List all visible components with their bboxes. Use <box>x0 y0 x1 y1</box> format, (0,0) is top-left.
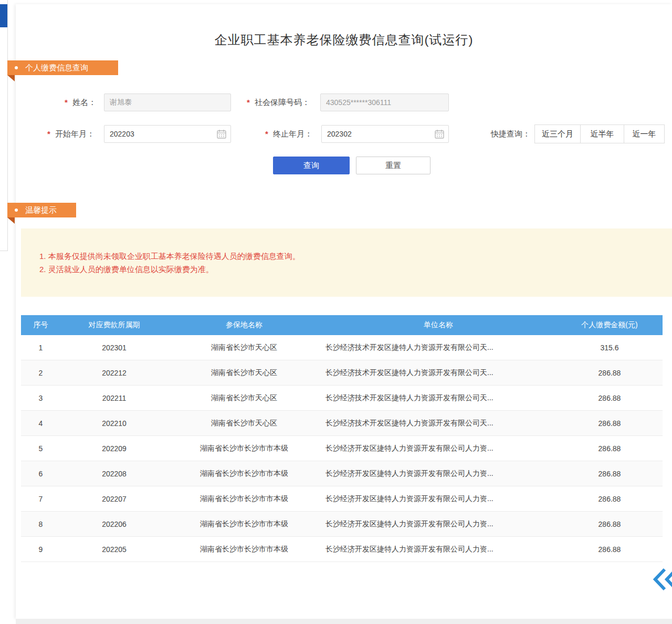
ribbon-fold <box>7 75 15 81</box>
table-cell: 长沙经济开发区捷特人力资源开发有限公司人力资... <box>320 545 556 554</box>
start-month-field[interactable] <box>104 125 231 143</box>
table-cell: 湖南省长沙市长沙市市本级 <box>168 494 320 504</box>
table-cell: 6 <box>21 470 60 478</box>
table-row: 3202211湖南省长沙市天心区长沙经济技术开发区捷特人力资源开发有限公司天..… <box>21 386 663 411</box>
table-row: 7202207湖南省长沙市长沙市市本级长沙经济开发区捷特人力资源开发有限公司人力… <box>21 486 663 512</box>
table-cell: 202211 <box>60 394 168 402</box>
table-cell: 286.88 <box>556 470 663 478</box>
table-cell: 202210 <box>60 419 168 428</box>
sidebar-tab[interactable] <box>0 4 7 27</box>
table-cell: 286.88 <box>556 394 663 402</box>
payment-table-body: 1202301湖南省长沙市天心区长沙经济技术开发区捷特人力资源开发有限公司天..… <box>21 335 663 562</box>
table-cell: 长沙经济开发区捷特人力资源开发有限公司人力资... <box>320 519 556 529</box>
quick-query-label: 快捷查询： <box>491 125 530 143</box>
table-header-cell: 参保地名称 <box>168 320 320 330</box>
ribbon-fold <box>7 217 15 224</box>
table-cell: 2 <box>21 369 60 377</box>
table-cell: 202207 <box>60 495 168 503</box>
double-left-chevron-icon[interactable] <box>653 567 672 591</box>
table-row: 9202205湖南省长沙市长沙市市本级长沙经济开发区捷特人力资源开发有限公司人力… <box>21 537 663 562</box>
table-cell: 长沙经济开发区捷特人力资源开发有限公司人力资... <box>320 494 556 504</box>
reset-button[interactable]: 重置 <box>356 157 430 174</box>
table-cell: 3 <box>21 394 60 402</box>
table-cell: 长沙经济技术开发区捷特人力资源开发有限公司天... <box>320 393 556 403</box>
tips-section-badge: 温馨提示 <box>7 203 76 217</box>
collapsed-sidebar-panel <box>0 0 8 251</box>
table-row: 5202209湖南省长沙市长沙市市本级长沙经济开发区捷特人力资源开发有限公司人力… <box>21 436 663 461</box>
table-header-cell: 单位名称 <box>320 320 556 330</box>
tip-line: 1. 本服务仅提供尚未领取企业职工基本养老保险待遇人员的缴费信息查询。 <box>39 249 672 263</box>
table-cell: 7 <box>21 495 60 503</box>
table-cell: 286.88 <box>556 419 663 428</box>
table-cell: 8 <box>21 520 60 528</box>
table-cell: 286.88 <box>556 545 663 554</box>
table-cell: 202209 <box>60 444 168 453</box>
required-mark: * <box>247 98 250 107</box>
table-cell: 286.88 <box>556 495 663 503</box>
table-cell: 湖南省长沙市长沙市市本级 <box>168 444 320 453</box>
table-cell: 长沙经济开发区捷特人力资源开发有限公司人力资... <box>320 469 556 479</box>
query-section-badge-label: 个人缴费信息查询 <box>25 60 88 75</box>
table-cell: 286.88 <box>556 520 663 528</box>
table-row: 4202210湖南省长沙市天心区长沙经济技术开发区捷特人力资源开发有限公司天..… <box>21 411 663 436</box>
table-cell: 202206 <box>60 520 168 528</box>
table-cell: 长沙经济技术开发区捷特人力资源开发有限公司天... <box>320 368 556 378</box>
payment-table-header: 序号对应费款所属期参保地名称单位名称个人缴费金额(元) <box>21 315 663 335</box>
table-cell: 9 <box>21 545 60 554</box>
table-header-cell: 个人缴费金额(元) <box>556 320 663 330</box>
table-cell: 286.88 <box>556 369 663 377</box>
quick-query-group: 近三个月 近半年 近一年 <box>534 124 665 143</box>
end-month-field[interactable] <box>321 125 449 143</box>
table-cell: 湖南省长沙市天心区 <box>168 343 320 352</box>
table-cell: 湖南省长沙市长沙市市本级 <box>168 519 320 529</box>
table-cell: 长沙经济技术开发区捷特人力资源开发有限公司天... <box>320 419 556 428</box>
start-month-label: 开始年月： <box>55 125 94 143</box>
table-row: 6202208湖南省长沙市长沙市市本级长沙经济开发区捷特人力资源开发有限公司人力… <box>21 461 663 486</box>
table-row: 1202301湖南省长沙市天心区长沙经济技术开发区捷特人力资源开发有限公司天..… <box>21 335 663 360</box>
main-card: 企业职工基本养老保险缴费信息查询(试运行) * 姓名： * 社会保障号码： * … <box>16 4 672 619</box>
table-cell: 5 <box>21 444 60 453</box>
table-cell: 湖南省长沙市长沙市市本级 <box>168 545 320 554</box>
table-cell: 202212 <box>60 369 168 377</box>
ssn-label: 社会保障号码： <box>255 93 310 111</box>
name-label: 姓名： <box>72 93 96 111</box>
table-row: 2202212湖南省长沙市天心区长沙经济技术开发区捷特人力资源开发有限公司天..… <box>21 360 663 386</box>
ssn-field <box>320 93 449 111</box>
required-mark: * <box>65 98 68 107</box>
calendar-icon[interactable] <box>216 129 227 139</box>
table-cell: 202301 <box>60 344 168 352</box>
end-month-label: 终止年月： <box>273 125 312 143</box>
quick-query-3months-button[interactable]: 近三个月 <box>534 124 581 143</box>
page-bottom-strip <box>16 619 672 624</box>
table-cell: 湖南省长沙市天心区 <box>168 393 320 403</box>
table-cell: 1 <box>21 344 60 352</box>
required-mark: * <box>47 129 50 138</box>
tip-line: 2. 灵活就业人员的缴费单位信息以实际缴费为准。 <box>39 263 672 276</box>
table-cell: 286.88 <box>556 444 663 453</box>
table-cell: 长沙经济开发区捷特人力资源开发有限公司人力资... <box>320 444 556 453</box>
quick-query-halfyear-button[interactable]: 近半年 <box>580 124 624 143</box>
name-field <box>104 93 231 111</box>
table-cell: 湖南省长沙市长沙市市本级 <box>168 469 320 479</box>
calendar-icon[interactable] <box>434 129 445 139</box>
table-header-cell: 序号 <box>21 320 60 330</box>
query-button[interactable]: 查询 <box>273 157 350 174</box>
payment-table: 序号对应费款所属期参保地名称单位名称个人缴费金额(元) 1202301湖南省长沙… <box>21 315 663 562</box>
table-cell: 4 <box>21 419 60 428</box>
pension-query-page: 企业职工基本养老保险缴费信息查询(试运行) * 姓名： * 社会保障号码： * … <box>0 0 672 624</box>
table-cell: 202205 <box>60 545 168 554</box>
table-cell: 315.6 <box>556 344 663 352</box>
tips-notice-box: 1. 本服务仅提供尚未领取企业职工基本养老保险待遇人员的缴费信息查询。 2. 灵… <box>21 228 672 297</box>
required-mark: * <box>265 129 268 138</box>
quick-query-year-button[interactable]: 近一年 <box>624 124 665 143</box>
table-cell: 湖南省长沙市天心区 <box>168 368 320 378</box>
table-row: 8202206湖南省长沙市长沙市市本级长沙经济开发区捷特人力资源开发有限公司人力… <box>21 512 663 537</box>
table-cell: 202208 <box>60 470 168 478</box>
table-header-cell: 对应费款所属期 <box>60 320 168 330</box>
query-section-badge: 个人缴费信息查询 <box>7 60 118 75</box>
tips-section-badge-label: 温馨提示 <box>25 203 57 217</box>
bullet-dot-icon <box>15 66 18 69</box>
page-title: 企业职工基本养老保险缴费信息查询(试运行) <box>16 32 672 48</box>
table-cell: 湖南省长沙市天心区 <box>168 419 320 428</box>
table-cell: 长沙经济技术开发区捷特人力资源开发有限公司天... <box>320 343 556 352</box>
